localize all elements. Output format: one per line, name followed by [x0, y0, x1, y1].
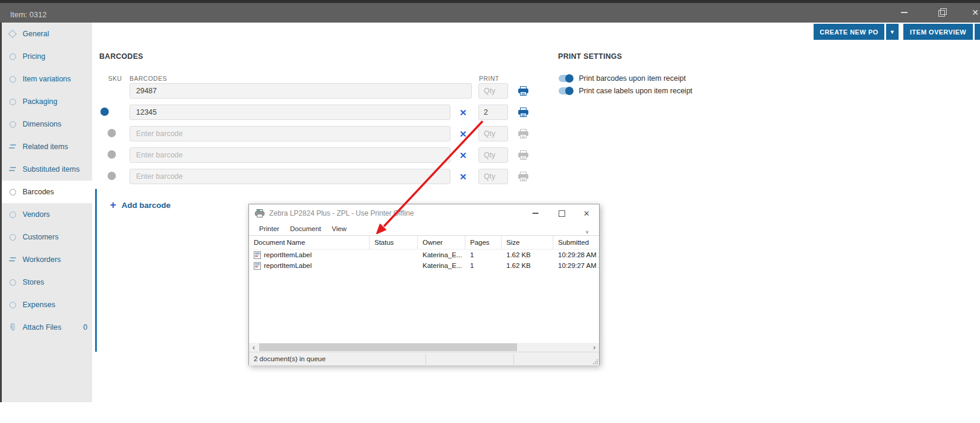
column-header-submitted[interactable]: Submitted: [553, 236, 599, 249]
print-barcodes-toggle[interactable]: [559, 75, 573, 82]
print-barcode-icon[interactable]: [518, 150, 528, 160]
close-icon: ✕: [972, 8, 979, 17]
chevron-down-icon: ▾: [891, 29, 894, 35]
barcodes-section-title: BARCODES: [99, 52, 143, 61]
print-barcode-icon[interactable]: [518, 129, 528, 138]
sidebar-item-general[interactable]: General: [0, 23, 92, 45]
remove-barcode-icon[interactable]: ✕: [459, 151, 467, 160]
print-barcode-icon[interactable]: [518, 108, 528, 117]
sidebar-item-related-items[interactable]: Related items: [0, 135, 92, 158]
scroll-right-icon[interactable]: ›: [590, 343, 599, 352]
sidebar-item-dimensions[interactable]: Dimensions: [0, 113, 92, 135]
document-name: reportItemLabel: [264, 251, 312, 258]
create-new-po-label: CREATE NEW PO: [820, 29, 878, 36]
queue-row[interactable]: reportItemLabel Katerina_E... 1 1.62 KB …: [249, 260, 599, 271]
circle-icon: [7, 76, 18, 83]
document-pages: 1: [465, 250, 502, 260]
restore-button[interactable]: [932, 5, 950, 20]
column-header-status[interactable]: Status: [370, 236, 418, 249]
add-barcode-button[interactable]: + Add barcode: [110, 200, 171, 210]
print-case-labels-toggle[interactable]: [559, 87, 573, 94]
document-name: reportItemLabel: [264, 262, 312, 269]
remove-barcode-icon[interactable]: ✕: [459, 130, 467, 138]
barcode-input[interactable]: [130, 105, 450, 120]
sidebar-item-label: Expenses: [23, 301, 55, 309]
document-status: [370, 250, 418, 260]
sidebar-item-expenses[interactable]: Expenses: [0, 293, 92, 316]
barcode-qty-input[interactable]: [478, 169, 508, 184]
print-case-labels-setting: Print case labels upon item receipt: [559, 87, 692, 95]
circle-icon: [7, 212, 18, 218]
dialog-maximize-button[interactable]: [553, 207, 571, 220]
statusbar-divider: [513, 354, 514, 364]
attach-files-count: 0: [83, 323, 87, 332]
document-owner: Katerina_E...: [418, 250, 465, 260]
paperclip-icon: [7, 323, 18, 332]
circle-icon: [7, 189, 18, 195]
window-left-border: [0, 23, 2, 402]
minimize-button[interactable]: [895, 5, 913, 20]
barcode-qty-input[interactable]: [478, 147, 508, 163]
sidebar-item-label: Customers: [23, 233, 58, 241]
barcode-input[interactable]: [130, 169, 450, 184]
sidebar-item-pricing[interactable]: Pricing: [0, 45, 92, 68]
scroll-left-icon[interactable]: ‹: [249, 343, 259, 352]
sidebar-item-label: General: [23, 30, 49, 38]
sku-qty-input[interactable]: [478, 83, 508, 99]
dialog-titlebar[interactable]: Zebra LP2824 Plus - ZPL - Use Printer Of…: [249, 204, 599, 222]
equals-icon: [7, 257, 18, 263]
sidebar-item-label: Stores: [23, 278, 44, 286]
create-new-po-button[interactable]: CREATE NEW PO: [814, 24, 884, 40]
menu-document[interactable]: Document: [285, 225, 326, 232]
print-barcode-icon[interactable]: [518, 86, 528, 96]
sidebar-item-workorders[interactable]: Workorders: [0, 248, 92, 271]
document-status: [370, 260, 418, 271]
print-settings-title: PRINT SETTINGS: [558, 52, 622, 61]
dialog-minimize-button[interactable]: [527, 207, 544, 220]
sidebar-item-vendors[interactable]: Vendors: [0, 203, 92, 226]
horizontal-scrollbar[interactable]: ‹ ›: [249, 343, 599, 352]
column-header-document-name[interactable]: Document Name: [249, 236, 370, 249]
column-header-owner[interactable]: Owner: [418, 236, 465, 249]
print-barcodes-setting: Print barcodes upon item receipt: [559, 74, 686, 83]
column-header-size[interactable]: Size: [502, 236, 553, 249]
barcode-qty-input[interactable]: [478, 126, 508, 141]
print-barcode-icon[interactable]: [518, 172, 528, 181]
sidebar-item-barcodes[interactable]: Barcodes: [0, 181, 92, 203]
sidebar-item-item-variations[interactable]: Item variations: [0, 68, 92, 90]
create-new-po-dropdown-button[interactable]: ▾: [886, 24, 899, 40]
circle-icon: [7, 234, 18, 241]
print-case-labels-label: Print case labels upon item receipt: [579, 87, 692, 95]
sku-barcode-input[interactable]: [130, 83, 472, 99]
document-size: 1.62 KB: [502, 250, 553, 260]
sidebar-item-substituted-items[interactable]: Substituted items: [0, 158, 92, 181]
sidebar-item-packaging[interactable]: Packaging: [0, 90, 92, 113]
remove-barcode-icon[interactable]: ✕: [459, 172, 467, 181]
print-column-label: PRINT: [479, 75, 499, 82]
scrollbar-thumb[interactable]: [259, 343, 517, 351]
dialog-statusbar: 2 document(s) in queue: [249, 352, 599, 365]
menu-printer[interactable]: Printer: [254, 225, 285, 232]
item-overview-dropdown-button[interactable]: ▾: [975, 24, 980, 40]
document-icon: [254, 251, 261, 259]
resize-grip-icon[interactable]: [592, 358, 598, 365]
barcodes-column-label: BARCODES: [130, 75, 167, 82]
plus-icon: +: [110, 200, 116, 210]
sidebar-item-customers[interactable]: Customers: [0, 226, 92, 248]
menu-view[interactable]: View: [326, 225, 352, 232]
print-barcodes-label: Print barcodes upon item receipt: [579, 74, 686, 83]
circle-icon: [7, 121, 18, 128]
barcode-input[interactable]: [130, 126, 450, 141]
content-left-accent: [95, 189, 97, 352]
remove-barcode-icon[interactable]: ✕: [459, 108, 467, 117]
sidebar-item-stores[interactable]: Stores: [0, 271, 92, 293]
sidebar-item-attach-files[interactable]: Attach Files 0: [0, 316, 92, 339]
queue-row[interactable]: reportItemLabel Katerina_E... 1 1.62 KB …: [249, 250, 599, 260]
item-overview-button[interactable]: ITEM OVERVIEW: [903, 24, 973, 40]
barcode-input[interactable]: [130, 147, 450, 163]
document-submitted: 10:29:28 AM 1/11/2: [553, 250, 599, 260]
barcode-qty-input[interactable]: [478, 105, 508, 120]
column-header-pages[interactable]: Pages: [465, 236, 502, 249]
close-button[interactable]: ✕: [966, 5, 980, 20]
dialog-close-button[interactable]: ✕: [578, 207, 595, 220]
